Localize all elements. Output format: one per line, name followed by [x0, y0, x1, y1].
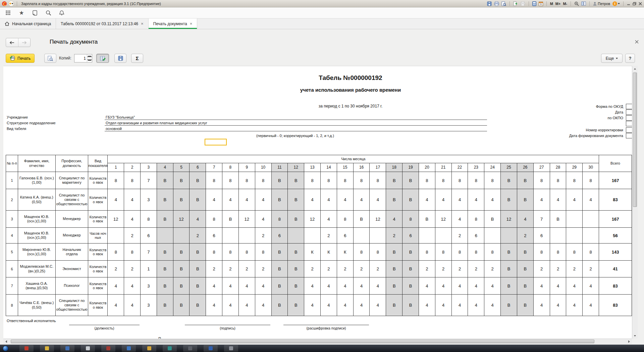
selected-cell[interactable]: [205, 139, 227, 145]
day-header-cell[interactable]: 19: [402, 163, 419, 172]
sheet-cell[interactable]: 8: [304, 172, 321, 189]
sheet-cell[interactable]: 4: [550, 189, 566, 211]
sheet-cell[interactable]: 4: [451, 295, 468, 316]
sheet-cell[interactable]: 2: [255, 261, 271, 277]
cell-row-number[interactable]: 6: [6, 261, 18, 277]
history-icon[interactable]: [32, 9, 38, 16]
scroll-right-icon[interactable]: [626, 339, 632, 344]
cell-total[interactable]: 41: [599, 261, 632, 277]
sheet-cell[interactable]: 8: [550, 244, 566, 261]
sheet-cell[interactable]: 8: [124, 244, 141, 261]
sheet-cell[interactable]: 4: [468, 295, 484, 316]
sheet-cell[interactable]: 8: [550, 172, 566, 189]
sheet-cell[interactable]: В: [190, 261, 206, 277]
memory-m-button[interactable]: M: [550, 2, 553, 6]
sheet-cell[interactable]: [353, 228, 370, 244]
sheet-cell[interactable]: [288, 228, 304, 244]
sheet-cell[interactable]: В: [173, 295, 190, 316]
sheet-cell[interactable]: В: [271, 261, 288, 277]
sheet-cell[interactable]: В: [402, 244, 419, 261]
sheet-cell[interactable]: 8: [321, 172, 337, 189]
sheet-cell[interactable]: 2: [255, 228, 271, 244]
sheet-cell[interactable]: 2: [321, 228, 337, 244]
sheet-cell[interactable]: 4: [435, 189, 451, 211]
vertical-scroll-thumb[interactable]: [633, 73, 637, 207]
sheet-cell[interactable]: 4: [304, 189, 321, 211]
cell-employee-name[interactable]: Модзелевская М.С. (вн.)(0,25): [18, 261, 55, 277]
restore-button[interactable]: [633, 1, 636, 6]
taskbar-app-button[interactable]: [224, 345, 238, 352]
main-menu-button[interactable]: [8, 1, 14, 6]
sheet-cell[interactable]: 12: [108, 211, 124, 228]
day-header-cell[interactable]: 28: [550, 163, 566, 172]
sheet-cell[interactable]: 4: [108, 295, 124, 316]
cell-total[interactable]: 83: [599, 189, 632, 211]
sheet-cell[interactable]: 4: [304, 277, 321, 295]
sheet-cell[interactable]: В: [271, 172, 288, 189]
cell-employee-name[interactable]: Гапонова Е.В. (осн.)(1,00): [18, 172, 55, 189]
current-user[interactable]: Петров: [593, 2, 610, 6]
day-header-cell[interactable]: 18: [386, 163, 402, 172]
sum-button[interactable]: Σ: [131, 54, 143, 63]
sheet-cell[interactable]: 4: [484, 295, 501, 316]
sheet-cell[interactable]: 3: [141, 189, 157, 211]
horizontal-scroll-thumb[interactable]: [11, 340, 594, 343]
sheet-cell[interactable]: 4: [566, 277, 583, 295]
sheet-cell[interactable]: 8: [468, 172, 484, 189]
sheet-cell[interactable]: 4: [435, 295, 451, 316]
sheet-cell[interactable]: [222, 228, 239, 244]
sheet-cell[interactable]: В: [271, 277, 288, 295]
sheet-cell[interactable]: 4: [370, 189, 386, 211]
sheet-cell[interactable]: 4: [370, 295, 386, 316]
cell-indicator[interactable]: Количество явок: [88, 277, 108, 295]
sheet-cell[interactable]: 8: [435, 244, 451, 261]
sheet-cell[interactable]: 4: [435, 277, 451, 295]
sheet-cell[interactable]: В: [353, 211, 370, 228]
sheet-cell[interactable]: 4: [238, 277, 255, 295]
cell-total[interactable]: 143: [599, 244, 632, 261]
sheet-cell[interactable]: В: [288, 172, 304, 189]
sheet-cell[interactable]: 4: [321, 189, 337, 211]
cell-position[interactable]: Экономист: [55, 261, 88, 277]
sheet-cell[interactable]: В: [517, 295, 533, 316]
zoom-icon[interactable]: [574, 1, 579, 6]
sheet-cell[interactable]: В: [190, 277, 206, 295]
more-button[interactable]: Еще: [601, 54, 623, 63]
col-header-indicator[interactable]: Вид показателя: [88, 155, 108, 172]
help-button[interactable]: ?: [625, 54, 635, 63]
col-header-days-group[interactable]: Числа месяца: [108, 155, 599, 163]
back-button[interactable]: [6, 38, 18, 47]
sheet-cell[interactable]: 4: [468, 277, 484, 295]
sheet-cell[interactable]: 2: [337, 261, 353, 277]
sheet-cell[interactable]: К: [337, 244, 353, 261]
sheet-cell[interactable]: 4: [255, 295, 271, 316]
sheet-cell[interactable]: 4: [222, 277, 239, 295]
sheet-cell[interactable]: 2: [566, 261, 583, 277]
cell-position[interactable]: Психолог: [55, 277, 88, 295]
save-document-button[interactable]: [114, 54, 126, 63]
sheet-cell[interactable]: 8: [222, 172, 239, 189]
sheet-cell[interactable]: 8: [353, 244, 370, 261]
sheet-cell[interactable]: 6: [402, 228, 419, 244]
notifications-bell-icon[interactable]: [58, 9, 65, 16]
day-header-cell[interactable]: 13: [304, 163, 321, 172]
sheet-cell[interactable]: 6: [141, 228, 157, 244]
sheet-cell[interactable]: 4: [304, 295, 321, 316]
print-preview-icon[interactable]: [501, 1, 506, 6]
sheet-cell[interactable]: В: [271, 244, 288, 261]
day-header-cell[interactable]: 26: [517, 163, 533, 172]
cell-total[interactable]: 83: [599, 277, 632, 295]
sheet-cell[interactable]: В: [288, 211, 304, 228]
sheet-cell[interactable]: 8: [533, 172, 550, 189]
cell-position[interactable]: Менеджер: [55, 228, 88, 244]
taskbar-app-button[interactable]: [204, 345, 218, 352]
sheet-cell[interactable]: 2: [238, 261, 255, 277]
sheet-cell[interactable]: 4: [468, 189, 484, 211]
sheet-cell[interactable]: [550, 228, 566, 244]
tab-2[interactable]: Табель 000000192 от 03.11.2017 12:13:46×: [56, 18, 149, 29]
sheet-cell[interactable]: 8: [271, 211, 288, 228]
day-header-cell[interactable]: 20: [419, 163, 435, 172]
sheet-cell[interactable]: 4: [190, 211, 206, 228]
sheet-cell[interactable]: 2: [353, 261, 370, 277]
cell-employee-name[interactable]: Мащенок Ю.В. (осн.)(1,00): [18, 211, 55, 228]
